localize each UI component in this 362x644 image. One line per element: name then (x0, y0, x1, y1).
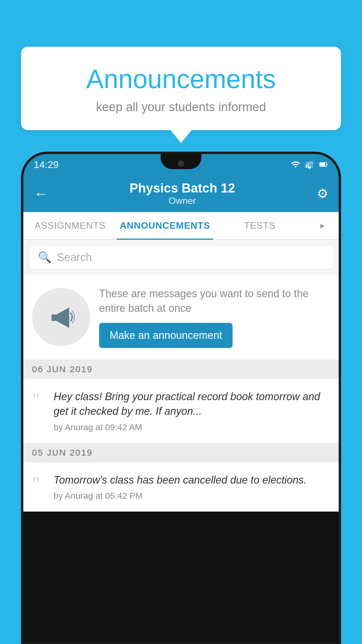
phone-frame: 14:29 ← Phys (21, 152, 341, 644)
date-separator-2: 05 JUN 2019 (23, 443, 339, 462)
header-center: Physics Batch 12 Owner (48, 181, 317, 206)
phone-notch (161, 154, 201, 169)
tab-announcements[interactable]: ANNOUNCEMENTS (117, 212, 213, 239)
announcement-item-2[interactable]: " Tomorrow's class has been cancelled du… (23, 462, 339, 512)
svg-rect-2 (310, 162, 311, 168)
prompt-right: These are messages you want to send to t… (99, 286, 330, 348)
card-title: Announcements (44, 64, 318, 94)
battery-icon (319, 160, 328, 169)
tab-more[interactable]: ▸ (307, 212, 339, 239)
search-bar[interactable]: 🔍 Search (29, 246, 333, 269)
back-button[interactable]: ← (34, 186, 48, 202)
settings-button[interactable]: ⚙ (317, 186, 328, 201)
quote-icon-2: " (32, 474, 47, 493)
make-announcement-button[interactable]: Make an announcement (99, 323, 233, 348)
svg-rect-5 (320, 163, 325, 166)
svg-rect-0 (306, 164, 307, 168)
notch-camera (178, 160, 184, 167)
announcement-icon-circle (32, 288, 90, 346)
quote-icon-1: " (32, 391, 47, 409)
svg-rect-1 (307, 163, 309, 168)
ann-author-1: by Anurag at 09:42 AM (54, 422, 330, 432)
tab-bar: ASSIGNMENTS ANNOUNCEMENTS TESTS ▸ (23, 212, 339, 240)
svg-rect-6 (327, 164, 328, 165)
ann-content-2: Tomorrow's class has been cancelled due … (54, 473, 307, 501)
wifi-icon (291, 160, 300, 169)
announcement-item-1[interactable]: " Hey class! Bring your practical record… (23, 379, 339, 443)
search-placeholder: Search (57, 251, 92, 264)
tab-tests[interactable]: TESTS (213, 212, 307, 239)
status-icons (291, 160, 328, 169)
announcement-prompt: These are messages you want to send to t… (23, 275, 339, 360)
signal-icon (305, 160, 314, 169)
ann-author-2: by Anurag at 05:42 PM (54, 491, 307, 501)
ann-message-1: Hey class! Bring your practical record b… (54, 389, 330, 419)
batch-title: Physics Batch 12 (48, 181, 317, 195)
content-area: 🔍 Search These are messages you wa (23, 240, 339, 512)
ann-message-2: Tomorrow's class has been cancelled due … (54, 473, 307, 487)
svg-rect-3 (312, 161, 313, 168)
ann-content-1: Hey class! Bring your practical record b… (54, 389, 330, 432)
app-header: ← Physics Batch 12 Owner ⚙ (23, 175, 339, 212)
announcement-card: Announcements keep all your students inf… (21, 47, 341, 130)
prompt-text: These are messages you want to send to t… (99, 286, 330, 316)
date-separator-1: 06 JUN 2019 (23, 360, 339, 379)
tab-assignments[interactable]: ASSIGNMENTS (23, 212, 117, 239)
card-subtitle: keep all your students informed (44, 100, 318, 114)
megaphone-icon (45, 301, 77, 333)
search-icon: 🔍 (38, 251, 52, 264)
status-time: 14:29 (34, 159, 59, 170)
batch-role: Owner (48, 195, 317, 206)
